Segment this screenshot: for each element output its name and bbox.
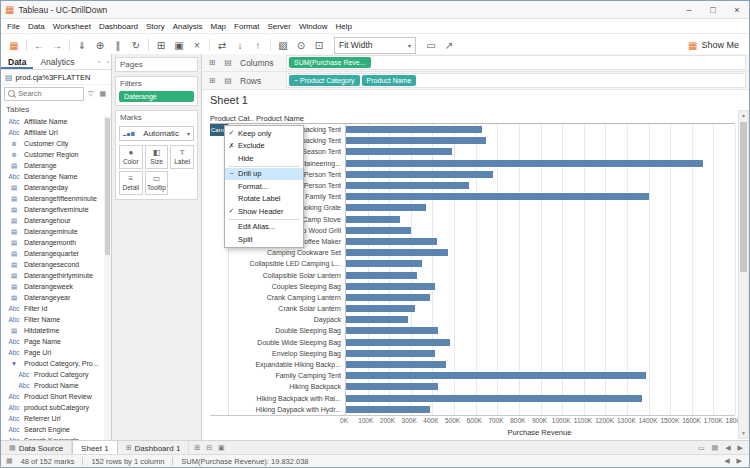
sheet-tab-sheet-1[interactable]: Sheet 1: [72, 441, 118, 455]
menu-dashboard[interactable]: Dashboard: [95, 22, 142, 31]
scroll-up-icon[interactable]: ▲: [739, 111, 748, 120]
bar-crank-solar-lantern[interactable]: [346, 305, 415, 312]
pill-product-category[interactable]: −Product Category: [289, 75, 360, 86]
format-grid-icon[interactable]: ▤: [221, 58, 235, 67]
page-layout-icon[interactable]: ⊞: [205, 58, 219, 67]
field-daterangequarter[interactable]: ▤Daterangequarter: [1, 248, 104, 259]
fields-scrollbar[interactable]: [104, 116, 111, 441]
bar-hiking-backpack-with-rai[interactable]: [346, 395, 642, 402]
group-members-icon[interactable]: ⊙: [292, 37, 310, 53]
field-product-name[interactable]: AbcProduct Name: [1, 380, 104, 391]
menu-worksheet[interactable]: Worksheet: [49, 22, 95, 31]
new-worksheet-icon[interactable]: ⊞: [152, 37, 170, 53]
bar-6-person-tent[interactable]: [346, 171, 493, 178]
bar-cabin-family-tent[interactable]: [346, 193, 649, 200]
field-filter-id[interactable]: AbcFilter Id: [1, 303, 104, 314]
menu-item-keep-only[interactable]: ✓Keep only: [225, 127, 303, 140]
field-affiliate-url[interactable]: AbcAffiliate Url: [1, 127, 104, 138]
format-grid-icon[interactable]: ▤: [221, 76, 235, 85]
show-me-button[interactable]: ▦ Show Me: [682, 40, 745, 51]
row-label-crank-camping-lantern[interactable]: Crank Camping Lantern: [229, 292, 345, 303]
menu-item-edit-alias[interactable]: Edit Alias...: [225, 221, 303, 234]
field-daterangefifteenminute[interactable]: ▤Daterangefifteenminute: [1, 193, 104, 204]
bar-family-camping-tent[interactable]: [346, 372, 646, 379]
row-label-hiking-backpack[interactable]: Hiking Backpack: [229, 381, 345, 392]
menu-data[interactable]: Data: [24, 22, 49, 31]
bar-camp-cooking-grate[interactable]: [346, 204, 426, 211]
menu-item-split[interactable]: Split: [225, 233, 303, 246]
tab-analytics[interactable]: Analytics: [33, 54, 81, 69]
row-label-couples-sleeping-bag[interactable]: Couples Sleeping Bag: [229, 281, 345, 292]
datasource-item[interactable]: ▤ prod.cja%3FFLATTEN: [1, 70, 111, 85]
bar-2-person-backpacking-tent[interactable]: [346, 126, 482, 133]
clear-sheet-icon[interactable]: ×: [188, 37, 206, 53]
save-icon[interactable]: ⇓: [73, 37, 91, 53]
highlight-icon[interactable]: ▧: [274, 37, 292, 53]
bar-couples-sleeping-bag[interactable]: [346, 283, 435, 290]
field-daterangesecond[interactable]: ▤Daterangesecond: [1, 259, 104, 270]
pill-daterange[interactable]: Daterange: [119, 91, 194, 102]
menu-item-exclude[interactable]: ✗Exclude: [225, 140, 303, 153]
row-label-double-wide-sleeping-bag[interactable]: Double Wide Sleeping Bag: [229, 337, 345, 348]
new-story-icon[interactable]: ▣: [216, 444, 227, 452]
field-search-engine[interactable]: AbcSearch Engine: [1, 424, 104, 435]
field-daterangeday[interactable]: ▤Daterangeday: [1, 182, 104, 193]
menu-item-rotate-label[interactable]: Rotate Label: [225, 193, 303, 206]
menu-story[interactable]: Story: [142, 22, 169, 31]
field-customer-region[interactable]: ⊕Customer Region: [1, 149, 104, 160]
bar-camp-wood-grill[interactable]: [346, 227, 411, 234]
field-daterangehour[interactable]: ▤Daterangehour: [1, 215, 104, 226]
rows-shelf[interactable]: −Product CategoryProduct Name: [286, 73, 746, 88]
sheet-tab-dashboard-1[interactable]: ⊞Dashboard 1: [118, 441, 190, 455]
bar-8-person-tent[interactable]: [346, 182, 469, 189]
row-label-family-camping-tent[interactable]: Family Camping Tent: [229, 370, 345, 381]
field-page-name[interactable]: AbcPage Name: [1, 336, 104, 347]
bar-4-person-backpacking-tent[interactable]: [346, 137, 486, 144]
field-product-short-review[interactable]: AbcProduct Short Review: [1, 391, 104, 402]
minimize-button[interactable]: –: [677, 1, 701, 18]
show-filmstrip-icon[interactable]: ▭: [696, 444, 707, 452]
field-hitdatetime[interactable]: ▤Hitdatetime: [1, 325, 104, 336]
row-label-camping-cookware-set[interactable]: Camping Cookware Set: [229, 247, 345, 258]
field-product-category[interactable]: AbcProduct Category: [1, 369, 104, 380]
row-label-hiking-daypack-with-hydr[interactable]: Hiking Daypack with Hydr...: [229, 404, 345, 415]
new-dashboard-icon[interactable]: ⊟: [204, 444, 214, 452]
bar-envelop-sleeping-bag[interactable]: [346, 350, 435, 357]
pause-auto-updates-icon[interactable]: ∥: [109, 37, 127, 53]
bar-4-season-mountaineering[interactable]: [346, 160, 703, 167]
sheet-tab-data-source[interactable]: ▤Data Source: [1, 441, 72, 455]
page-layout-icon[interactable]: ⊞: [205, 76, 219, 85]
menu-item-hide[interactable]: Hide: [225, 152, 303, 165]
bar-camping-cookware-set[interactable]: [346, 249, 448, 256]
menu-map[interactable]: Map: [207, 22, 231, 31]
bar-camp-stove[interactable]: [346, 216, 400, 223]
bar-double-sleeping-bag[interactable]: [346, 327, 438, 334]
x-axis[interactable]: 0K100K200K300K400K500K600K700K800K900K10…: [210, 416, 735, 426]
field-daterange-name[interactable]: AbcDaterange Name: [1, 171, 104, 182]
mark-type-dropdown[interactable]: ▂▅▇ Automatic ▾: [119, 126, 194, 141]
sort-ascending-icon[interactable]: ↓: [231, 37, 249, 53]
new-worksheet-icon[interactable]: ⊞: [192, 444, 202, 452]
search-input[interactable]: [18, 89, 80, 98]
menu-window[interactable]: Window: [295, 22, 331, 31]
color-button[interactable]: ●Color: [119, 145, 143, 169]
field-daterangeweek[interactable]: ▤Daterangeweek: [1, 281, 104, 292]
duplicate-sheet-icon[interactable]: ▣: [170, 37, 188, 53]
bar-double-wide-sleeping-bag[interactable]: [346, 339, 450, 346]
bar-expandable-hiking-backp[interactable]: [346, 361, 446, 368]
presentation-mode-icon[interactable]: ▭: [422, 37, 440, 53]
show-mark-labels-icon[interactable]: ⊡: [310, 37, 328, 53]
pill-sum-purchase-reve[interactable]: SUM(Purchase Reve...: [289, 57, 371, 68]
minus-icon[interactable]: −: [294, 77, 298, 84]
field-customer-city[interactable]: ⊕Customer City: [1, 138, 104, 149]
scroll-right-icon[interactable]: ▶: [735, 457, 744, 465]
scroll-left-icon[interactable]: ◀: [722, 457, 731, 465]
field-filter-name[interactable]: AbcFilter Name: [1, 314, 104, 325]
maximize-button[interactable]: □: [701, 1, 725, 18]
bar-daypack[interactable]: [346, 316, 408, 323]
bar-hiking-daypack-with-hydr[interactable]: [346, 406, 430, 413]
menu-help[interactable]: Help: [331, 22, 355, 31]
field-daterangeminute[interactable]: ▤Daterangeminute: [1, 226, 104, 237]
menu-item-format[interactable]: Format...: [225, 180, 303, 193]
sort-descending-icon[interactable]: ↑: [249, 37, 267, 53]
